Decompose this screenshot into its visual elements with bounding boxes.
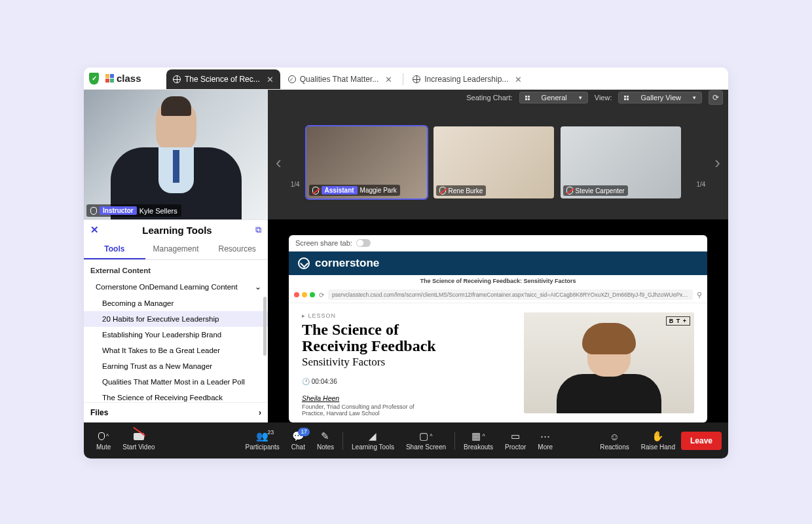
presenter-avatar	[557, 328, 661, 413]
left-column: Instructor Kyle Sellers ✕ Learning Tools…	[84, 90, 268, 422]
learning-tools-button[interactable]: ◢ Learning Tools	[346, 430, 400, 451]
share-icon: ▢^	[419, 430, 432, 442]
participants-label: Participants	[246, 443, 280, 451]
raise-hand-button[interactable]: ✋ Raise Hand	[635, 430, 681, 451]
seating-value: General	[542, 94, 567, 102]
reload-icon[interactable]: ⟳	[319, 291, 324, 299]
raise-hand-label: Raise Hand	[641, 443, 675, 451]
seating-dropdown[interactable]: General ▾	[519, 92, 588, 103]
tab-leadership[interactable]: Increasing Leadership... ✕	[406, 69, 528, 89]
role-badge: Assistant	[322, 186, 358, 195]
chevron-up-icon[interactable]: ^	[430, 433, 432, 440]
proctor-icon: ▭	[511, 430, 520, 442]
breakouts-label: Breakouts	[464, 443, 493, 451]
popout-icon[interactable]: ⧉	[255, 225, 261, 235]
tree-item[interactable]: 20 Habits for Executive Leadership	[84, 311, 268, 327]
notes-label: Notes	[317, 443, 334, 451]
chat-label: Chat	[291, 443, 305, 451]
close-icon[interactable]: ✕	[385, 75, 392, 84]
lesson-author: Sheila Heen	[302, 394, 511, 402]
reactions-label: Reactions	[600, 443, 629, 451]
tree-item[interactable]: Earning Trust as a New Manager	[84, 358, 268, 374]
right-column: Seating Chart: General ▾ View: Gallery V…	[268, 90, 728, 422]
brand-cell: class	[84, 67, 166, 89]
tree-parent-label: Cornerstone OnDemand Learning Content	[96, 283, 238, 291]
participants-count: 23	[267, 429, 274, 436]
mic-muted-icon	[439, 187, 446, 195]
panel-tab-management[interactable]: Management	[145, 240, 207, 259]
grid-icon	[525, 96, 530, 100]
files-section[interactable]: Files ›	[84, 402, 268, 422]
tree-item[interactable]: What It Takes to Be a Great Leader	[84, 343, 268, 358]
reactions-button[interactable]: ☺ Reactions	[594, 430, 635, 451]
mic-icon	[90, 207, 97, 215]
files-label: Files	[90, 408, 108, 417]
video-tile[interactable]: Rene Burke	[434, 126, 554, 198]
tree-item[interactable]: Qualities That Matter Most in a Leader P…	[84, 374, 268, 390]
brand-name: class	[117, 73, 141, 84]
proctor-button[interactable]: ▭ Proctor	[499, 430, 532, 451]
share-toggle-row: Screen share tab:	[289, 235, 707, 252]
check-icon: ✓	[288, 75, 296, 83]
panel-title: Learning Tools	[99, 225, 255, 236]
participant-nametag: Assistant Maggie Park	[309, 185, 400, 196]
mic-icon	[98, 432, 105, 440]
more-button[interactable]: ⋯ More	[532, 430, 559, 451]
tree-item[interactable]: Becoming a Manager	[84, 295, 268, 311]
shield-icon	[89, 73, 99, 84]
search-icon[interactable]: ⚲	[697, 291, 702, 299]
url-field[interactable]: pservclasstech.csod.com/lms/scorm/client…	[328, 290, 693, 300]
more-icon: ⋯	[540, 430, 550, 442]
person-avatar	[111, 100, 242, 219]
close-icon[interactable]: ✕	[515, 75, 522, 84]
separator	[342, 432, 343, 450]
tab-science-feedback[interactable]: The Science of Rec... ✕	[166, 69, 280, 89]
tab-qualities[interactable]: ✓ Qualities That Matter... ✕	[282, 69, 399, 89]
share-label: Share Screen	[406, 443, 446, 451]
app-window: class The Science of Rec... ✕ ✓ Qualitie…	[84, 67, 728, 458]
chat-icon: 💬17	[292, 430, 304, 442]
close-icon[interactable]: ✕	[267, 75, 274, 84]
start-video-button[interactable]: Start Video	[117, 430, 160, 451]
instructor-video[interactable]: Instructor Kyle Sellers	[84, 90, 268, 219]
chevron-up-icon[interactable]: ^	[106, 433, 109, 440]
participant-name: Stevie Carpenter	[576, 187, 625, 195]
lesson-subheading: Sensitivity Factors	[302, 356, 511, 369]
tree-item[interactable]: Establishing Your Leadership Brand	[84, 327, 268, 343]
panel-tab-tools[interactable]: Tools	[84, 240, 145, 259]
share-toggle[interactable]	[356, 239, 371, 247]
share-card: Screen share tab: cornerstone The Scienc…	[289, 235, 707, 422]
video-tile[interactable]: Assistant Maggie Park	[306, 126, 427, 198]
chevron-down-icon: ▾	[579, 94, 582, 101]
gallery-tiles: Assistant Maggie Park Rene Burke	[306, 126, 681, 198]
participants-button[interactable]: 👥23 Participants	[240, 430, 286, 451]
page-counter-right: 1/4	[696, 181, 705, 188]
share-screen-button[interactable]: ▢^ Share Screen	[400, 430, 452, 451]
gallery-prev[interactable]: ‹	[273, 153, 284, 173]
lesson-title-bar: The Science of Receiving Feedback: Sensi…	[289, 275, 707, 287]
seating-label: Seating Chart:	[466, 94, 512, 102]
video-tile[interactable]: Stevie Carpenter	[561, 126, 681, 198]
hand-icon: ✋	[652, 430, 664, 442]
scrollbar-thumb[interactable]	[263, 297, 267, 356]
people-icon: 👥23	[256, 430, 268, 442]
tab-bar: class The Science of Rec... ✕ ✓ Qualitie…	[84, 67, 728, 90]
chevron-right-icon: ›	[259, 408, 261, 417]
mute-button[interactable]: ^ Mute	[90, 430, 117, 451]
panel-tab-resources[interactable]: Resources	[206, 240, 268, 259]
chevron-up-icon[interactable]: ^	[482, 433, 485, 440]
gallery-next[interactable]: ›	[712, 153, 723, 173]
view-dropdown[interactable]: Gallery View ▾	[618, 92, 702, 103]
tree-item[interactable]: The Science of Receiving Feedback	[84, 390, 268, 402]
leave-button[interactable]: Leave	[681, 432, 722, 450]
notes-button[interactable]: ✎ Notes	[311, 430, 340, 451]
chat-button[interactable]: 💬17 Chat	[286, 430, 311, 451]
participant-name: Maggie Park	[360, 187, 397, 194]
tree-parent[interactable]: Cornerstone OnDemand Learning Content ⌄	[84, 278, 268, 295]
close-panel-icon[interactable]: ✕	[90, 224, 99, 236]
breakouts-button[interactable]: ▦^ Breakouts	[458, 430, 499, 451]
mute-label: Mute	[96, 443, 111, 451]
video-off-icon	[134, 433, 144, 440]
refresh-button[interactable]: ⟳	[709, 90, 723, 105]
learning-tools-panel: ✕ Learning Tools ⧉ Tools Management Reso…	[84, 219, 268, 422]
